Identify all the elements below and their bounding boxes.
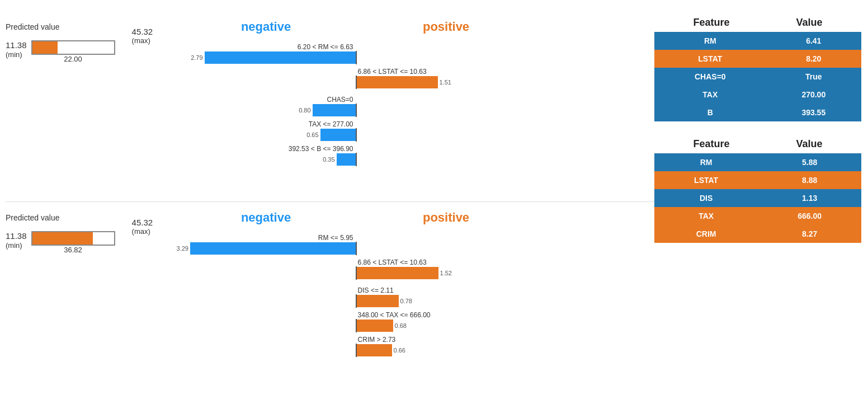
pos-bar-1-2: 1.51 (357, 76, 536, 88)
positive-header-2: positive (357, 210, 536, 225)
feature-cell: TAX (654, 86, 766, 104)
value-cell: 8.20 (766, 50, 861, 68)
predicted-value-area-2: Predicted value 11.38 (min) 36.82 (6, 208, 121, 254)
table-row: RM 5.88 (654, 153, 861, 171)
max-value-2: 45.32 (132, 218, 153, 227)
feature-table-section-1: Feature Value RM 6.41 LSTAT 8.20 CHAS=0 … (654, 17, 861, 121)
value-cell: 6.41 (766, 32, 861, 50)
neg-bar-fill-1-5 (337, 153, 356, 166)
bar-label-2-3: DIS <= 2.11 (356, 286, 535, 294)
feature-cell: RM (654, 153, 758, 171)
bar-row-1-5: 392.53 < B <= 396.90 0.35 (177, 143, 557, 166)
neg-bar-fill-2-1 (190, 242, 356, 255)
bar-label-1-3: CHAS=0 (177, 96, 356, 104)
pos-bar-2-5: 0.66 (357, 344, 536, 356)
bar-row-1-4: TAX <= 277.00 0.65 (177, 118, 557, 142)
neg-bar-1-1: 2.79 (177, 51, 356, 64)
feature-cell: LSTAT (654, 50, 766, 68)
bidi-header-2: negative positive (177, 210, 557, 225)
neg-bar-fill-1-1 (205, 51, 356, 64)
table-row: CRIM 8.27 (654, 225, 861, 243)
feature-table-1: RM 6.41 LSTAT 8.20 CHAS=0 True TAX 270.0… (654, 32, 861, 121)
table-row: B 393.55 (654, 104, 861, 121)
table-row: DIS 1.13 (654, 189, 861, 207)
max-area-1: 45.32 (max) (126, 17, 171, 45)
bar-label-1-1: 6.20 < RM <= 6.63 (177, 43, 356, 51)
max-label-2: (max) (132, 227, 150, 236)
neg-bar-1-5: 0.35 (177, 153, 356, 166)
value-cell: 393.55 (766, 104, 861, 121)
gauge-label-1: 22.00 (64, 55, 82, 63)
panel-1: Predicted value 11.38 (min) 22.00 (6, 11, 654, 201)
feature-cell: CRIM (654, 225, 758, 243)
predicted-value-label-1: Predicted value (6, 22, 60, 31)
gauge-label-2: 36.82 (64, 246, 82, 254)
min-value-2: 11.38 (6, 231, 27, 241)
bar-row-1-2: 6.86 < LSTAT <= 10.63 1.51 (177, 65, 557, 89)
feature-table-section-2: Feature Value RM 5.88 LSTAT 8.88 DIS 1.1… (654, 138, 861, 243)
bar-label-1-5: 392.53 < B <= 396.90 (177, 145, 356, 153)
bar-row-2-1: RM <= 5.95 3.29 (177, 232, 557, 255)
value-cell: 8.88 (758, 171, 861, 189)
neg-bar-fill-1-4 (320, 129, 356, 141)
neg-bar-2-1: 3.29 (177, 242, 356, 255)
bar-label-1-4: TAX <= 277.00 (177, 120, 356, 128)
predicted-value-area-1: Predicted value 11.38 (min) 22.00 (6, 17, 121, 63)
bar-label-2-4: 348.00 < TAX <= 666.00 (356, 311, 535, 319)
min-label-1: (min) (6, 50, 22, 59)
bar-row-2-5: CRIM > 2.73 0.66 (177, 333, 557, 357)
header-value-2: Value (796, 138, 822, 150)
value-cell: 5.88 (758, 153, 861, 171)
feature-cell: RM (654, 32, 766, 50)
axis-1-1 (356, 51, 357, 64)
positive-header-1: positive (357, 20, 536, 34)
predicted-value-label-2: Predicted value (6, 213, 60, 222)
gauge-fill-1 (32, 41, 58, 54)
gauge-bar-1 (31, 40, 115, 55)
axis-1-4 (356, 128, 357, 142)
feature-cell: DIS (654, 189, 758, 207)
min-label-2: (min) (6, 241, 22, 250)
feature-table-header-2: Feature Value (654, 138, 861, 150)
neg-bar-fill-1-3 (313, 104, 356, 116)
feature-cell: TAX (654, 207, 758, 225)
gauge-bar-2 (31, 231, 115, 246)
bar-label-1-2: 6.86 < LSTAT <= 10.63 (356, 68, 535, 76)
gauge-fill-2 (32, 232, 93, 245)
pos-bar-fill-2-3 (357, 295, 399, 307)
pos-bar-fill-1-2 (357, 76, 438, 88)
max-area-2: 45.32 (max) (126, 208, 171, 236)
header-value-1: Value (796, 17, 822, 29)
bar-label-2-1: RM <= 5.95 (177, 234, 356, 242)
main-container: Predicted value 11.38 (min) 22.00 (0, 0, 868, 404)
negative-header-2: negative (177, 210, 356, 225)
bar-row-1-1: 6.20 < RM <= 6.63 2.79 (177, 41, 557, 64)
table-row: CHAS=0 True (654, 68, 861, 86)
bar-label-2-2: 6.86 < LSTAT <= 10.63 (356, 259, 535, 266)
bidi-chart-1: negative positive 6.20 < RM <= 6.63 2.79 (177, 17, 557, 167)
value-cell: 8.27 (758, 225, 861, 243)
table-row: TAX 270.00 (654, 86, 861, 104)
axis-1-3 (356, 104, 357, 117)
bar-row-1-3: CHAS=0 0.80 (177, 93, 557, 117)
value-cell: 270.00 (766, 86, 861, 104)
value-cell: True (766, 68, 861, 86)
pos-bar-fill-2-2 (357, 267, 438, 279)
bar-label-2-5: CRIM > 2.73 (356, 336, 535, 344)
feature-table-header-1: Feature Value (654, 17, 861, 29)
neg-bar-1-3: 0.80 (177, 104, 356, 116)
feature-cell: B (654, 104, 766, 121)
bar-row-2-2: 6.86 < LSTAT <= 10.63 1.52 (177, 256, 557, 280)
min-value-1: 11.38 (6, 40, 27, 50)
feature-cell: CHAS=0 (654, 68, 766, 86)
max-label-1: (max) (132, 36, 150, 45)
pos-bar-2-4: 0.68 (357, 320, 536, 332)
value-cell: 666.00 (758, 207, 861, 225)
pos-bar-fill-2-5 (357, 344, 392, 356)
axis-1-5 (356, 153, 357, 166)
table-row: TAX 666.00 (654, 207, 861, 225)
left-panels: Predicted value 11.38 (min) 22.00 (6, 11, 654, 393)
bidi-chart-2: negative positive RM <= 5.95 3.29 (177, 208, 557, 358)
neg-bar-1-4: 0.65 (177, 129, 356, 141)
feature-cell: LSTAT (654, 171, 758, 189)
